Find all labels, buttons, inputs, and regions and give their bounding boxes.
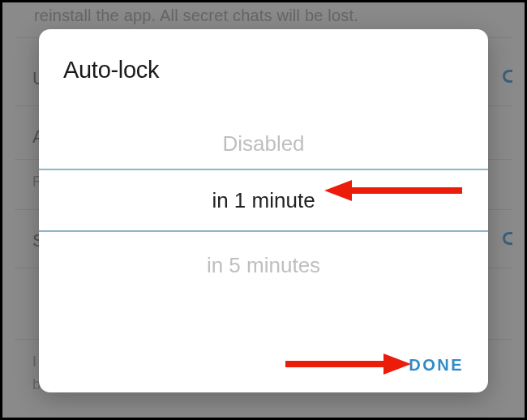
screenshot-border	[0, 0, 527, 420]
